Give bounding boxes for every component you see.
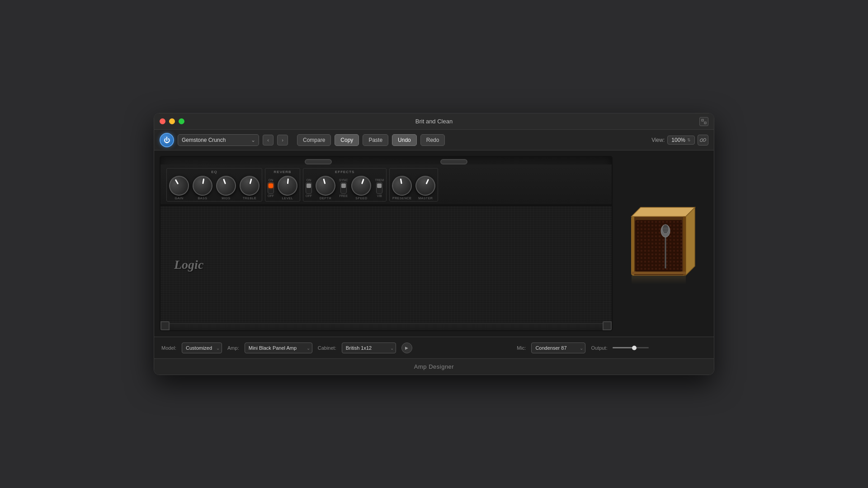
power-icon: ⏻ (164, 137, 170, 143)
reverb-toggle[interactable] (268, 182, 274, 194)
effects-on-label: ON (307, 178, 311, 182)
plugin-window: Brit and Clean ⏻ Gemstone Crunch ‹ › Com… (154, 113, 714, 375)
amp-corner-left (160, 321, 170, 330)
preset-dropdown[interactable]: Gemstone Crunch (178, 134, 259, 146)
reverb-off-label: OFF (268, 194, 274, 197)
svg-rect-13 (632, 272, 686, 274)
amp-select[interactable]: Mini Black Panel Amp (245, 343, 312, 353)
minimize-button[interactable] (169, 118, 175, 124)
trem-label: TREM (375, 178, 384, 182)
mids-knob[interactable] (213, 173, 239, 198)
nav-back-button[interactable]: ‹ (263, 135, 274, 145)
cabinet-svg (618, 156, 708, 331)
link-button[interactable] (698, 135, 708, 145)
view-percent-value: 100% (671, 137, 685, 143)
svg-marker-6 (632, 207, 695, 216)
preset-wrapper: Gemstone Crunch (178, 134, 259, 146)
amp-handle-right (440, 159, 467, 164)
svg-rect-11 (632, 216, 634, 275)
sync-toggle[interactable] (340, 182, 347, 194)
bass-label: BASS (198, 197, 208, 200)
gain-knob[interactable] (165, 172, 193, 199)
speed-knob[interactable] (349, 173, 374, 198)
amp-handle-area (160, 157, 612, 164)
trem-toggle-nub (377, 183, 382, 188)
mids-label: MIDS (222, 197, 231, 200)
effects-toggle[interactable] (306, 182, 312, 194)
speaker-grille: Logic (160, 205, 612, 323)
svg-rect-10 (635, 220, 682, 272)
fullscreen-button[interactable] (179, 118, 184, 124)
free-label: FREE (339, 194, 348, 197)
output-label: Output: (591, 345, 607, 351)
reverb-on-label: ON (269, 178, 274, 182)
mic-select-wrapper: Condenser 87 (531, 343, 585, 353)
window-expand-button[interactable] (699, 117, 708, 126)
model-select-wrapper: Customized (182, 343, 222, 353)
eq-section: EQ GAIN BASS (166, 168, 262, 202)
treble-knob-item: TREBLE (240, 176, 259, 200)
level-label: LEVEL (282, 197, 293, 200)
master-knob-item: MASTER (415, 176, 435, 200)
reverb-knobs: ON OFF (268, 176, 297, 200)
cabinet-label: Cabinet: (318, 345, 336, 351)
treble-label: TREBLE (243, 197, 256, 200)
treble-knob[interactable] (237, 174, 262, 198)
amp-corner-right (603, 321, 612, 330)
mic-select[interactable]: Condenser 87 (531, 343, 585, 353)
output-slider-thumb[interactable] (632, 346, 637, 350)
copy-button[interactable]: Copy (335, 134, 359, 146)
effects-section: EFFECTS ON OFF (303, 168, 387, 202)
reverb-toggle-nub (269, 183, 273, 188)
speed-knob-item: SPEED (351, 176, 371, 200)
svg-rect-1 (704, 122, 706, 124)
mic-label: Mic: (517, 345, 526, 351)
effects-toggle-nub (307, 183, 311, 188)
presence-knob[interactable] (391, 174, 414, 197)
bass-knob[interactable] (191, 174, 214, 197)
redo-button[interactable]: Redo (420, 134, 445, 146)
toolbar: ⏻ Gemstone Crunch ‹ › Compare Copy Paste… (154, 130, 714, 150)
depth-knob-item: DEPTH (316, 176, 335, 200)
footer-bar: Amp Designer (154, 358, 714, 375)
controls-row: EQ GAIN BASS (165, 168, 607, 202)
sync-label: SYNC (339, 178, 348, 182)
undo-button[interactable]: Undo (392, 134, 417, 146)
compare-button[interactable]: Compare (297, 134, 331, 146)
power-button[interactable]: ⏻ (160, 133, 174, 147)
model-select[interactable]: Customized (182, 343, 222, 353)
play-button[interactable]: ▶ (401, 343, 412, 353)
model-label: Model: (161, 345, 176, 351)
play-icon: ▶ (405, 346, 408, 350)
nav-forward-button[interactable]: › (277, 135, 288, 145)
effects-toggle-item: ON OFF (306, 178, 312, 197)
title-bar: Brit and Clean (154, 113, 714, 130)
output-slider-track[interactable] (613, 347, 649, 348)
mids-knob-item: MIDS (216, 176, 236, 200)
amp-handle-left (305, 159, 332, 164)
presence-knob-item: PRESENCE (392, 176, 412, 200)
view-control: View: 100% ⇅ (651, 135, 708, 145)
master-label: MASTER (418, 197, 433, 200)
level-knob-item: LEVEL (278, 176, 297, 200)
cabinet-select[interactable]: British 1x12 (342, 343, 396, 353)
view-percent-control[interactable]: 100% ⇅ (667, 136, 695, 145)
master-knob[interactable] (412, 173, 439, 199)
svg-rect-12 (683, 216, 686, 275)
controls-panel: EQ GAIN BASS (160, 164, 612, 205)
paste-button[interactable]: Paste (363, 134, 388, 146)
close-button[interactable] (160, 118, 165, 124)
main-content: EQ GAIN BASS (154, 150, 714, 337)
sync-toggle-nub (341, 183, 346, 188)
level-knob[interactable] (277, 175, 298, 197)
amp-label: Amp: (227, 345, 239, 351)
depth-knob[interactable] (313, 174, 338, 198)
bottom-bar: Model: Customized Amp: Mini Black Panel … (154, 337, 714, 358)
vib-label: VIB (377, 194, 382, 197)
trem-toggle-item: TREM VIB (375, 178, 384, 197)
reverb-toggle-item: ON OFF (268, 178, 274, 197)
eq-knobs: GAIN BASS MIDS (169, 176, 259, 200)
trem-toggle[interactable] (376, 182, 382, 194)
amp-select-wrapper: Mini Black Panel Amp (245, 343, 312, 353)
depth-label: DEPTH (320, 197, 331, 200)
